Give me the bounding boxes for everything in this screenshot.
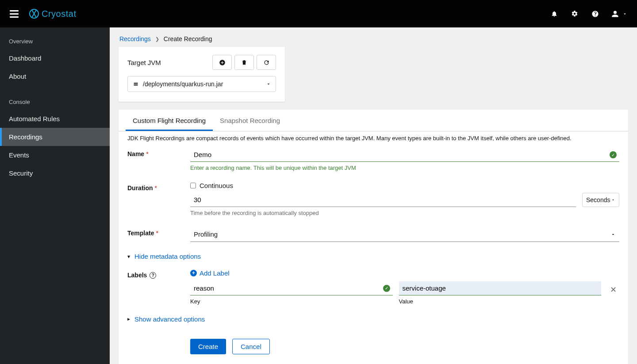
nav-item-dashboard[interactable]: Dashboard bbox=[0, 49, 110, 67]
target-delete-button[interactable] bbox=[234, 55, 254, 70]
check-circle-icon: ✓ bbox=[610, 151, 617, 158]
add-label-button[interactable]: + Add Label bbox=[190, 269, 230, 277]
chevron-right-icon: ▸ bbox=[127, 316, 130, 322]
duration-unit-select[interactable]: Seconds bbox=[582, 193, 619, 207]
template-value: Profiling bbox=[194, 230, 218, 238]
create-recording-card: Custom Flight Recording Snapshot Recordi… bbox=[119, 110, 628, 364]
brand-icon bbox=[29, 9, 39, 19]
name-helper: Enter a recording name. This will be uni… bbox=[190, 165, 619, 171]
labels-label: Labels ? bbox=[127, 269, 190, 279]
duration-input[interactable] bbox=[190, 193, 576, 207]
remove-label-button[interactable]: ✕ bbox=[607, 283, 619, 296]
create-button[interactable]: Create bbox=[190, 339, 226, 354]
nav-section-console: Console bbox=[0, 92, 110, 110]
nav-item-recordings[interactable]: Recordings bbox=[0, 128, 110, 146]
target-jvm-title: Target JVM bbox=[127, 59, 161, 66]
nav-item-events[interactable]: Events bbox=[0, 146, 110, 164]
user-menu[interactable] bbox=[611, 10, 627, 18]
advanced-options-toggle[interactable]: ▸ Show advanced options bbox=[127, 315, 619, 323]
continuous-checkbox[interactable] bbox=[190, 183, 196, 188]
cancel-button[interactable]: Cancel bbox=[232, 339, 270, 354]
recording-tabs: Custom Flight Recording Snapshot Recordi… bbox=[119, 110, 628, 131]
duration-label: Duration* bbox=[127, 182, 190, 192]
duration-helper: Time before the recording is automatical… bbox=[190, 210, 619, 216]
help-circle-icon[interactable]: ? bbox=[150, 272, 156, 279]
label-key-sublabel: Key bbox=[190, 298, 393, 305]
label-value-input[interactable] bbox=[399, 281, 602, 295]
sidebar: Overview Dashboard About Console Automat… bbox=[0, 27, 110, 364]
nav-item-security[interactable]: Security bbox=[0, 164, 110, 182]
duration-unit-value: Seconds bbox=[586, 196, 610, 203]
target-add-button[interactable] bbox=[212, 55, 232, 70]
name-label: Name* bbox=[127, 148, 190, 157]
label-key-input[interactable] bbox=[190, 281, 393, 295]
brand-name: Cryostat bbox=[42, 9, 76, 19]
caret-down-icon bbox=[611, 198, 615, 202]
target-jvm-selected: /deployments/quarkus-run.jar bbox=[143, 80, 223, 88]
breadcrumb-parent[interactable]: Recordings bbox=[119, 35, 151, 42]
label-value-sublabel: Value bbox=[399, 298, 602, 305]
continuous-label: Continuous bbox=[200, 182, 233, 189]
name-input[interactable] bbox=[190, 148, 619, 162]
container-icon bbox=[132, 81, 139, 87]
nav-item-about[interactable]: About bbox=[0, 67, 110, 85]
nav-section-overview: Overview bbox=[0, 31, 110, 49]
plus-circle-icon: + bbox=[190, 270, 197, 276]
form-description: JDK Flight Recordings are compact record… bbox=[119, 131, 628, 143]
main-content: Recordings ❯ Create Recording Target JVM bbox=[110, 27, 637, 364]
breadcrumb-separator-icon: ❯ bbox=[155, 36, 159, 42]
breadcrumb: Recordings ❯ Create Recording bbox=[119, 35, 628, 42]
template-select[interactable]: Profiling bbox=[190, 227, 619, 242]
breadcrumb-current: Create Recording bbox=[164, 35, 212, 42]
template-label: Template* bbox=[127, 227, 190, 237]
check-circle-icon: ✓ bbox=[383, 285, 390, 292]
nav-item-automated-rules[interactable]: Automated Rules bbox=[0, 110, 110, 128]
caret-down-icon bbox=[266, 81, 271, 87]
trash-icon bbox=[241, 59, 247, 65]
target-jvm-card: Target JVM /deployments/quarkus-r bbox=[119, 47, 285, 102]
topbar: Cryostat bbox=[0, 0, 637, 27]
target-jvm-select[interactable]: /deployments/quarkus-run.jar bbox=[127, 76, 276, 92]
chevron-down-icon: ▾ bbox=[127, 253, 130, 260]
notifications-icon[interactable] bbox=[550, 10, 558, 18]
refresh-icon bbox=[263, 59, 270, 66]
settings-icon[interactable] bbox=[571, 10, 579, 18]
caret-down-icon bbox=[610, 232, 616, 237]
tab-snapshot-recording[interactable]: Snapshot Recording bbox=[213, 110, 287, 131]
help-icon[interactable] bbox=[591, 10, 599, 18]
nav-toggle-button[interactable] bbox=[10, 10, 19, 18]
caret-down-icon bbox=[622, 11, 627, 16]
plus-circle-icon bbox=[219, 59, 226, 66]
brand[interactable]: Cryostat bbox=[29, 9, 76, 19]
metadata-options-toggle[interactable]: ▾ Hide metadata options bbox=[127, 253, 619, 260]
target-refresh-button[interactable] bbox=[257, 55, 276, 70]
tab-custom-flight-recording[interactable]: Custom Flight Recording bbox=[126, 110, 213, 131]
